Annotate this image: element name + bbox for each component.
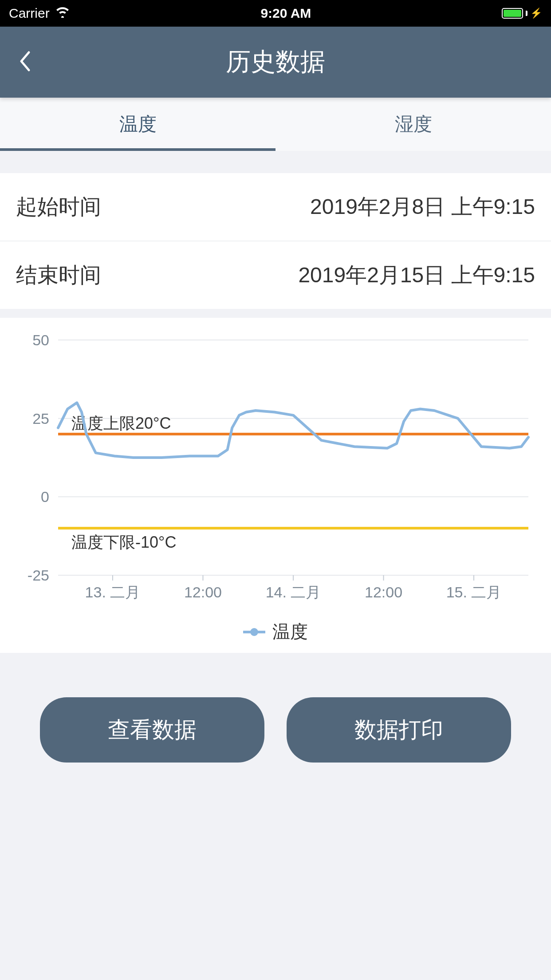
start-time-row[interactable]: 起始时间 2019年2月8日 上午9:15	[0, 173, 551, 241]
svg-text:12:00: 12:00	[184, 584, 222, 601]
app-header: 历史数据	[0, 27, 551, 98]
status-time: 9:20 AM	[260, 6, 311, 21]
svg-text:25: 25	[32, 410, 49, 427]
back-button[interactable]	[18, 50, 31, 74]
tab-label: 湿度	[395, 112, 432, 137]
chevron-left-icon	[18, 50, 31, 72]
start-time-value: 2019年2月8日 上午9:15	[310, 193, 535, 221]
start-time-label: 起始时间	[16, 193, 101, 221]
chart-legend: 温度	[0, 620, 551, 644]
svg-text:12:00: 12:00	[365, 584, 402, 601]
chart-container: -250255013. 二月12:0014. 二月12:0015. 二月温度上限…	[0, 318, 551, 653]
carrier-text: Carrier	[9, 6, 50, 21]
svg-text:-25: -25	[28, 567, 49, 584]
print-data-button[interactable]: 数据打印	[287, 697, 511, 763]
svg-text:14. 二月: 14. 二月	[266, 584, 321, 601]
wifi-icon	[55, 6, 70, 21]
action-buttons: 查看数据 数据打印	[0, 671, 551, 789]
tabs: 温度 湿度	[0, 98, 551, 151]
charging-icon: ⚡	[530, 8, 542, 19]
page-title: 历史数据	[18, 45, 533, 79]
battery-indicator: ⚡	[502, 8, 542, 19]
temperature-chart[interactable]: -250255013. 二月12:0014. 二月12:0015. 二月温度上限…	[9, 331, 542, 615]
svg-text:50: 50	[32, 332, 49, 348]
svg-text:13. 二月: 13. 二月	[85, 584, 141, 601]
tab-humidity[interactable]: 湿度	[276, 98, 551, 151]
tab-temperature[interactable]: 温度	[0, 98, 276, 151]
svg-text:15. 二月: 15. 二月	[446, 584, 502, 601]
legend-label: 温度	[272, 620, 308, 644]
end-time-value: 2019年2月15日 上午9:15	[298, 261, 535, 289]
end-time-row[interactable]: 结束时间 2019年2月15日 上午9:15	[0, 241, 551, 309]
status-bar: Carrier 9:20 AM ⚡	[0, 0, 551, 27]
legend-marker-icon	[243, 631, 265, 633]
battery-body	[502, 8, 523, 19]
tab-label: 温度	[119, 112, 157, 137]
end-time-label: 结束时间	[16, 261, 101, 289]
view-data-button[interactable]: 查看数据	[40, 697, 264, 763]
time-range-section: 起始时间 2019年2月8日 上午9:15 结束时间 2019年2月15日 上午…	[0, 173, 551, 309]
svg-text:0: 0	[41, 488, 49, 505]
svg-text:温度下限-10°C: 温度下限-10°C	[71, 533, 176, 551]
status-left: Carrier	[9, 6, 70, 21]
